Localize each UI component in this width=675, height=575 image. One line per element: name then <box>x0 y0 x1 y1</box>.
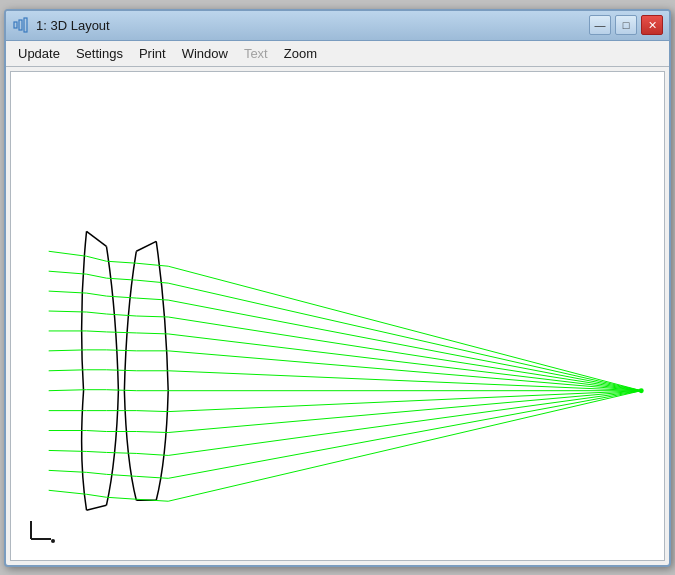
menu-zoom[interactable]: Zoom <box>276 44 325 63</box>
maximize-button[interactable]: □ <box>615 15 637 35</box>
menu-bar: Update Settings Print Window Text Zoom <box>6 41 669 67</box>
svg-point-7 <box>639 388 644 393</box>
title-bar: 1: 3D Layout — □ ✕ <box>6 11 669 41</box>
axis-indicator <box>27 517 59 548</box>
window-controls: — □ ✕ <box>589 15 663 35</box>
window-title: 1: 3D Layout <box>36 18 589 33</box>
svg-rect-2 <box>24 18 27 32</box>
window-icon <box>12 16 30 34</box>
svg-line-4 <box>87 505 107 510</box>
svg-rect-1 <box>19 20 22 30</box>
menu-print[interactable]: Print <box>131 44 174 63</box>
menu-window[interactable]: Window <box>174 44 236 63</box>
minimize-button[interactable]: — <box>589 15 611 35</box>
svg-point-10 <box>51 539 55 543</box>
optical-diagram <box>11 72 664 560</box>
close-button[interactable]: ✕ <box>641 15 663 35</box>
viewport-canvas <box>10 71 665 561</box>
svg-line-5 <box>136 241 156 251</box>
main-window: 1: 3D Layout — □ ✕ Update Settings Print… <box>4 9 671 567</box>
menu-text[interactable]: Text <box>236 44 276 63</box>
menu-settings[interactable]: Settings <box>68 44 131 63</box>
svg-line-3 <box>87 231 107 246</box>
menu-update[interactable]: Update <box>10 44 68 63</box>
svg-rect-0 <box>14 22 17 28</box>
